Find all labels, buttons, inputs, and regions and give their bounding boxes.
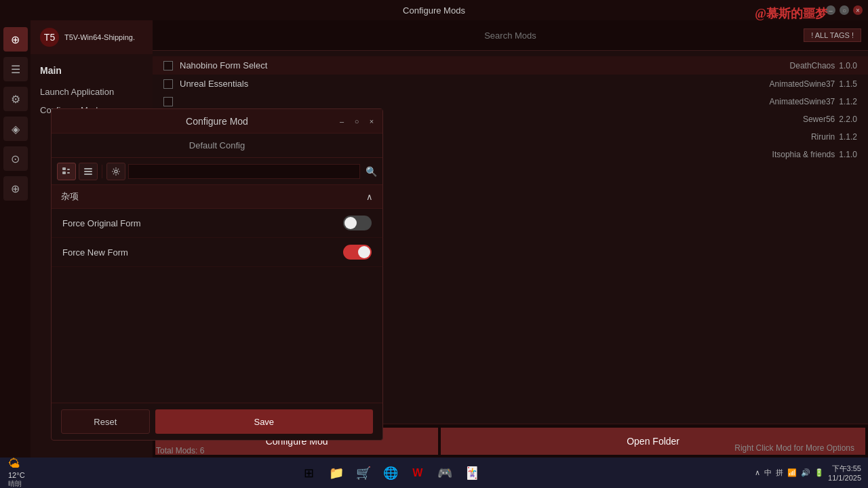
input-method-icon[interactable]: 中 <box>764 468 772 478</box>
dialog-toolbar: 🔍 <box>52 158 382 185</box>
minimize-button[interactable]: – <box>826 5 835 15</box>
configure-mod-dialog: Configure Mod – ○ × Default Config <box>51 108 383 441</box>
svg-rect-0 <box>62 167 66 170</box>
mod-version: 1.1.5 <box>839 79 857 89</box>
mod-name: Nahobino Form Select <box>180 60 790 70</box>
app-logo: T5 <box>40 28 59 47</box>
weather-desc: 晴朗 <box>8 479 22 488</box>
mod-version: 2.2.0 <box>839 115 857 124</box>
config-section-header: 杂项 ∧ <box>52 185 382 209</box>
time-display: 下午3:55 <box>832 464 861 474</box>
title-bar: Configure Mods – ○ × <box>0 0 868 20</box>
reset-button[interactable]: Reset <box>61 409 150 434</box>
taskbar-right: ∧ 中 拼 📶 🔊 🔋 下午3:55 11/1/2025 <box>748 464 868 482</box>
right-click-hint: Right Click Mod for More Options <box>734 443 854 453</box>
window-title: Configure Mods <box>403 5 465 16</box>
date-display: 11/1/2025 <box>828 474 861 482</box>
sidebar-icon-menu[interactable]: ☰ <box>3 57 28 81</box>
sidebar-icon-circle[interactable]: ⊙ <box>3 146 28 171</box>
sidebar-icon-diamond[interactable]: ◈ <box>3 117 28 141</box>
search-input[interactable] <box>375 30 646 41</box>
maximize-button[interactable]: ○ <box>840 5 849 15</box>
save-button[interactable]: Save <box>155 409 373 434</box>
nav-title: Main <box>31 61 153 83</box>
battery-icon: 🔋 <box>814 468 824 477</box>
dialog-maximize-button[interactable]: ○ <box>351 116 362 127</box>
mod-checkbox[interactable] <box>163 61 173 70</box>
mod-row[interactable]: Nahobino Form Select DeathChaos 1.0.0 <box>153 56 868 75</box>
dialog-minimize-button[interactable]: – <box>336 116 347 127</box>
store-icon[interactable]: 🛒 <box>353 462 374 484</box>
browser-icon[interactable]: 🌐 <box>380 462 401 484</box>
toggle-force-new[interactable] <box>343 245 372 260</box>
config-item-force-new: Force New Form <box>52 238 382 267</box>
section-label: 杂项 <box>61 190 79 203</box>
search-bar: ! ALL TAGS ! <box>153 20 868 51</box>
toolbar-view-button[interactable] <box>79 163 98 180</box>
taskbar-time: 下午3:55 11/1/2025 <box>828 464 861 482</box>
toolbar-settings-button[interactable] <box>106 163 125 180</box>
sidebar-icon-add[interactable]: ⊕ <box>3 176 28 201</box>
toolbar-tree-button[interactable] <box>57 163 76 180</box>
close-button[interactable]: × <box>853 5 863 15</box>
app-name: T5V-Win64-Shipping. <box>64 33 135 41</box>
mod-author: Sewer56 <box>803 115 835 124</box>
section-collapse-icon[interactable]: ∧ <box>366 192 373 202</box>
toggle-knob <box>358 246 370 258</box>
browser2-icon[interactable]: W <box>407 462 429 484</box>
dialog-close-button[interactable]: × <box>366 116 377 127</box>
sidebar-icon-settings[interactable]: ⚙ <box>3 87 28 111</box>
mod-author: AnimatedSwine37 <box>770 79 835 89</box>
mod-row[interactable]: Unreal Essentials AnimatedSwine37 1.1.5 <box>153 75 868 93</box>
mod-checkbox[interactable] <box>163 79 173 89</box>
sidebar: ⊕ ☰ ⚙ ◈ ⊙ ⊕ <box>0 20 31 458</box>
game-icon[interactable]: 🃏 <box>461 462 483 484</box>
steam-icon[interactable]: 🎮 <box>434 462 456 484</box>
tags-button[interactable]: ! ALL TAGS ! <box>804 28 861 42</box>
toggle-knob <box>344 217 357 229</box>
taskbar-weather: 🌤 12°C 晴朗 <box>0 457 33 488</box>
system-tray-chevron[interactable]: ∧ <box>755 468 760 477</box>
view-icon <box>83 167 93 176</box>
dialog-footer: Reset Save <box>52 403 382 440</box>
app-header: T5 T5V-Win64-Shipping. <box>31 20 153 54</box>
weather-temp: 12°C <box>8 471 25 479</box>
dialog-title: Configure Mod <box>186 116 248 127</box>
svg-rect-2 <box>67 169 70 170</box>
dialog-body: 杂项 ∧ Force Original Form Force New Form <box>52 185 382 403</box>
svg-rect-3 <box>67 172 70 174</box>
weather-icon: 🌤 <box>8 457 20 471</box>
default-config-tab[interactable]: Default Config <box>189 140 245 150</box>
tree-icon <box>62 167 71 176</box>
total-mods: Total Mods: 6 <box>156 446 204 455</box>
mod-author: DeathChaos <box>790 61 835 70</box>
svg-point-7 <box>115 170 117 173</box>
dialog-search-input[interactable] <box>128 164 360 179</box>
dialog-controls: – ○ × <box>336 116 377 127</box>
svg-rect-6 <box>84 174 92 175</box>
config-label-force-original: Force Original Form <box>62 218 141 228</box>
dialog-title-bar: Configure Mod – ○ × <box>52 109 382 134</box>
mod-author: Rirurin <box>811 132 835 142</box>
sidebar-icon-home[interactable]: ⊕ <box>3 27 28 52</box>
mod-author: AnimatedSwine37 <box>770 97 835 106</box>
keyboard-icon[interactable]: 拼 <box>776 468 783 478</box>
mod-checkbox[interactable] <box>163 97 173 106</box>
config-label-force-new: Force New Form <box>62 247 128 258</box>
volume-icon: 🔊 <box>801 468 810 477</box>
settings-icon <box>111 167 121 176</box>
search-icon: 🔍 <box>366 166 377 177</box>
mod-author: Itsophia & friends <box>772 150 835 159</box>
wifi-icon: 📶 <box>787 468 797 477</box>
dialog-tabs: Default Config <box>52 134 382 158</box>
file-explorer-icon[interactable]: 📁 <box>326 462 347 484</box>
mod-version: 1.1.2 <box>839 97 857 106</box>
mod-version: 1.1.2 <box>839 132 857 142</box>
start-button[interactable]: ⊞ <box>298 462 320 484</box>
nav-item-launch[interactable]: Launch Application <box>31 83 153 101</box>
toolbar-divider <box>102 165 102 178</box>
toggle-force-original[interactable] <box>343 216 372 230</box>
taskbar-center: ⊞ 📁 🛒 🌐 W 🎮 🃏 <box>33 462 748 484</box>
svg-rect-5 <box>84 171 92 172</box>
mod-version: 1.1.0 <box>839 150 857 159</box>
